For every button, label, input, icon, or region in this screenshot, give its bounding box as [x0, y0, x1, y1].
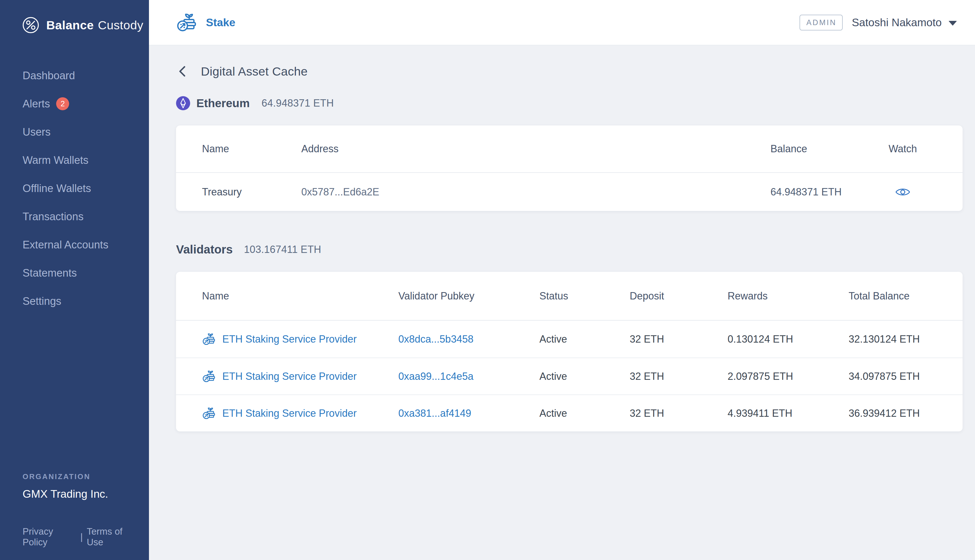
- validator-total-balance: 36.939412 ETH: [849, 407, 937, 419]
- sidebar-item-settings[interactable]: Settings: [0, 287, 149, 315]
- validator-name-link[interactable]: ETH Staking Service Provider: [222, 407, 357, 419]
- validator-deposit: 32 ETH: [630, 370, 728, 382]
- stake-icon: [202, 369, 217, 384]
- legal-links: Privacy Policy | Terms of Use: [23, 526, 138, 548]
- stake-icon: [202, 332, 217, 347]
- main-area: Stake ADMIN Satoshi Nakamoto Digital Ass…: [149, 0, 975, 560]
- validators-total-balance: 103.167411 ETH: [244, 243, 321, 255]
- brand-logo[interactable]: Balance Custody: [0, 16, 149, 34]
- table-row: Treasury 0x5787...Ed6a2E 64.948371 ETH: [176, 173, 963, 211]
- sidebar-nav: Dashboard Alerts 2 Users Warm Wallets Of…: [0, 62, 149, 315]
- validator-deposit: 32 ETH: [630, 333, 728, 345]
- topbar-right: ADMIN Satoshi Nakamoto: [800, 15, 957, 30]
- validator-pubkey-link[interactable]: 0x8dca...5b3458: [398, 333, 539, 345]
- privacy-policy-link[interactable]: Privacy Policy: [23, 526, 77, 548]
- back-button[interactable]: [176, 65, 190, 78]
- sidebar-item-statements[interactable]: Statements: [0, 259, 149, 287]
- sidebar-item-warm-wallets[interactable]: Warm Wallets: [0, 146, 149, 174]
- user-menu[interactable]: Satoshi Nakamoto: [852, 17, 957, 29]
- sidebar-item-users[interactable]: Users: [0, 118, 149, 146]
- sidebar-item-offline-wallets[interactable]: Offline Wallets: [0, 174, 149, 202]
- page-title: Digital Asset Cache: [201, 65, 308, 78]
- sidebar-item-external-accounts[interactable]: External Accounts: [0, 231, 149, 259]
- chevron-left-icon: [177, 65, 189, 78]
- sidebar: Balance Custody Dashboard Alerts 2 Users…: [0, 0, 149, 560]
- sidebar-footer: ORGANIZATION GMX Trading Inc. Privacy Po…: [0, 472, 149, 548]
- validators-table-card: Name Validator Pubkey Status Deposit Rew…: [176, 272, 963, 432]
- role-badge: ADMIN: [800, 15, 843, 30]
- table-row: ETH Staking Service Provider 0xaa99...1c…: [176, 358, 963, 395]
- wallet-balance: 64.948371 ETH: [770, 186, 869, 198]
- wallet-table-header: Name Address Balance Watch: [176, 125, 963, 173]
- brand-name: Balance Custody: [46, 18, 143, 32]
- column-header-rewards: Rewards: [728, 290, 849, 302]
- wallet-address: 0x5787...Ed6a2E: [301, 186, 770, 198]
- organization-name: GMX Trading Inc.: [23, 488, 138, 500]
- sidebar-item-alerts[interactable]: Alerts 2: [0, 90, 149, 118]
- alerts-count-badge: 2: [56, 97, 69, 110]
- validator-rewards: 0.130124 ETH: [728, 333, 849, 345]
- column-header-address: Address: [301, 143, 770, 155]
- ethereum-icon: [176, 96, 190, 110]
- column-header-total-balance: Total Balance: [849, 290, 937, 302]
- legal-separator: |: [80, 532, 83, 542]
- column-header-name: Name: [202, 143, 301, 155]
- wallet-name: Treasury: [202, 186, 301, 198]
- validators-header: Validators 103.167411 ETH: [176, 242, 963, 258]
- validator-rewards: 2.097875 ETH: [728, 370, 849, 382]
- validator-status: Active: [539, 333, 630, 345]
- app-window: Balance Custody Dashboard Alerts 2 Users…: [0, 0, 975, 560]
- stake-icon: [176, 11, 199, 34]
- validator-status: Active: [539, 407, 630, 419]
- column-header-balance: Balance: [770, 143, 869, 155]
- asset-name: Ethereum: [196, 97, 250, 110]
- validator-total-balance: 34.097875 ETH: [849, 370, 937, 382]
- validators-table-header: Name Validator Pubkey Status Deposit Rew…: [176, 272, 963, 321]
- table-row: ETH Staking Service Provider 0x8dca...5b…: [176, 321, 963, 358]
- balance-percent-logo-icon: [22, 16, 40, 34]
- validator-name-link[interactable]: ETH Staking Service Provider: [222, 333, 357, 345]
- sidebar-item-dashboard[interactable]: Dashboard: [0, 62, 149, 90]
- asset-balance: 64.948371 ETH: [262, 97, 334, 109]
- validator-rewards: 4.939411 ETH: [728, 407, 849, 419]
- eye-icon: [895, 187, 911, 198]
- page-content: Digital Asset Cache Ethereum 64.948371 E…: [149, 45, 975, 560]
- wallet-table-card: Name Address Balance Watch Treasury 0x57…: [176, 125, 963, 211]
- validator-name-link[interactable]: ETH Staking Service Provider: [222, 370, 357, 382]
- validator-pubkey-link[interactable]: 0xaa99...1c4e5a: [398, 370, 539, 382]
- stake-icon: [202, 406, 217, 421]
- nav-stake-tab[interactable]: Stake: [176, 11, 235, 34]
- terms-of-use-link[interactable]: Terms of Use: [87, 526, 138, 548]
- validator-pubkey-link[interactable]: 0xa381...af4149: [398, 407, 539, 419]
- page-header: Digital Asset Cache: [176, 63, 963, 80]
- column-header-watch: Watch: [889, 143, 917, 155]
- validator-status: Active: [539, 370, 630, 382]
- column-header-deposit: Deposit: [630, 290, 728, 302]
- user-name: Satoshi Nakamoto: [852, 17, 942, 29]
- stake-label: Stake: [206, 17, 235, 29]
- sidebar-item-transactions[interactable]: Transactions: [0, 202, 149, 231]
- organization-label: ORGANIZATION: [23, 472, 138, 481]
- watch-eye-button[interactable]: [893, 185, 912, 199]
- column-header-name: Name: [202, 290, 398, 302]
- validator-deposit: 32 ETH: [630, 407, 728, 419]
- chevron-down-icon: [948, 21, 957, 26]
- column-header-pubkey: Validator Pubkey: [398, 290, 539, 302]
- topbar: Stake ADMIN Satoshi Nakamoto: [149, 0, 975, 45]
- validator-total-balance: 32.130124 ETH: [849, 333, 937, 345]
- column-header-status: Status: [539, 290, 630, 302]
- table-row: ETH Staking Service Provider 0xa381...af…: [176, 395, 963, 432]
- validators-title: Validators: [176, 243, 233, 256]
- asset-header: Ethereum 64.948371 ETH: [176, 95, 963, 112]
